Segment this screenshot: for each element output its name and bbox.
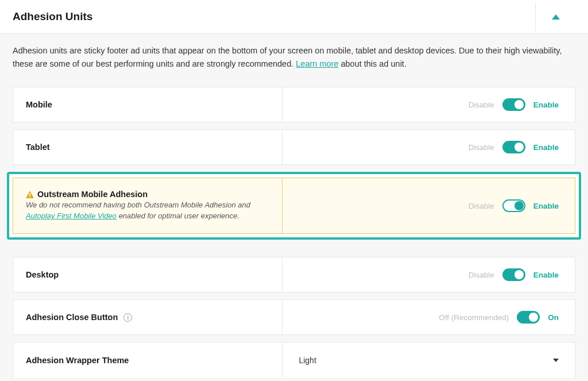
enable-label: Enable	[533, 271, 559, 279]
disable-label: Disable	[469, 271, 494, 279]
svg-rect-1	[29, 196, 30, 197]
label-cell: Desktop	[13, 257, 283, 292]
disable-label: Disable	[469, 202, 494, 210]
desc-text-post: about this ad unit.	[338, 59, 407, 68]
setting-row-wrapper-theme: Adhesion Wrapper Theme Light	[13, 342, 575, 378]
setting-row-desktop: Desktop Disable Enable	[13, 257, 575, 293]
desc-text-pre: Adhesion units are sticky footer ad unit…	[13, 46, 562, 68]
warn-post: enabled for optimal user experience.	[117, 211, 239, 220]
toggle-knob	[514, 100, 524, 109]
disable-label: Disable	[469, 101, 494, 109]
control-cell: Disable Enable	[283, 257, 575, 292]
toggle-knob	[529, 313, 538, 322]
warning-icon	[26, 190, 34, 198]
toggle-knob	[514, 201, 524, 210]
chevron-up-icon	[552, 14, 560, 20]
label-cell: Mobile	[13, 87, 283, 122]
control-cell: Disable Enable	[283, 130, 575, 164]
enable-label: Enable	[533, 143, 559, 152]
mobile-toggle[interactable]	[502, 98, 525, 111]
close-button-toggle[interactable]	[517, 311, 540, 324]
outstream-highlight: Outstream Mobile Adhesion We do not reco…	[7, 172, 581, 240]
outstream-toggle[interactable]	[502, 199, 525, 212]
adhesion-units-panel: Adhesion Units Adhesion units are sticky…	[0, 0, 588, 381]
warn-pre: We do not recommend having both Outstrea…	[26, 201, 250, 209]
enable-label: Enable	[533, 202, 559, 210]
toggle-knob	[514, 143, 524, 152]
info-icon[interactable]: i	[123, 313, 132, 322]
enable-label: Enable	[533, 101, 559, 109]
toggle-knob	[514, 270, 524, 279]
outstream-label-text: Outstream Mobile Adhesion	[37, 190, 148, 199]
label-cell: Tablet	[13, 130, 283, 164]
mobile-label: Mobile	[26, 100, 269, 109]
tablet-label: Tablet	[26, 143, 269, 152]
tablet-toggle[interactable]	[502, 141, 525, 153]
autoplay-video-link[interactable]: Autoplay First Mobile Video	[26, 211, 117, 220]
control-cell: Off (Recommended) On	[283, 300, 575, 334]
settings-list: Mobile Disable Enable Tablet Disable Ena…	[0, 87, 588, 381]
select-value: Light	[299, 356, 316, 365]
wrapper-theme-label: Adhesion Wrapper Theme	[26, 356, 269, 365]
desktop-toggle[interactable]	[502, 268, 525, 281]
setting-row-outstream: Outstream Mobile Adhesion We do not reco…	[13, 178, 575, 234]
control-cell: Disable Enable	[283, 178, 575, 233]
label-cell: Outstream Mobile Adhesion We do not reco…	[13, 178, 283, 233]
desktop-label: Desktop	[26, 270, 269, 279]
label-cell: Adhesion Wrapper Theme	[13, 342, 283, 378]
chevron-down-icon	[553, 359, 559, 362]
setting-row-close-button: Adhesion Close Button i Off (Recommended…	[13, 299, 575, 335]
panel-description: Adhesion units are sticky footer ad unit…	[0, 34, 588, 87]
learn-more-link[interactable]: Learn more	[296, 59, 338, 68]
setting-row-tablet: Tablet Disable Enable	[13, 129, 575, 165]
wrapper-theme-select[interactable]: Light	[283, 342, 575, 378]
panel-title: Adhesion Units	[13, 10, 92, 23]
on-label: On	[548, 313, 559, 322]
outstream-label: Outstream Mobile Adhesion	[26, 190, 269, 199]
close-button-label: Adhesion Close Button i	[26, 313, 269, 322]
control-cell: Disable Enable	[283, 87, 575, 122]
collapse-button[interactable]	[535, 3, 575, 31]
setting-row-mobile: Mobile Disable Enable	[13, 87, 575, 122]
off-label: Off (Recommended)	[439, 313, 509, 322]
outstream-warning-text: We do not recommend having both Outstrea…	[26, 200, 269, 222]
close-button-label-text: Adhesion Close Button	[26, 313, 118, 322]
disable-label: Disable	[469, 143, 494, 152]
panel-header: Adhesion Units	[0, 0, 588, 34]
svg-rect-0	[29, 193, 30, 196]
label-cell: Adhesion Close Button i	[13, 300, 283, 334]
